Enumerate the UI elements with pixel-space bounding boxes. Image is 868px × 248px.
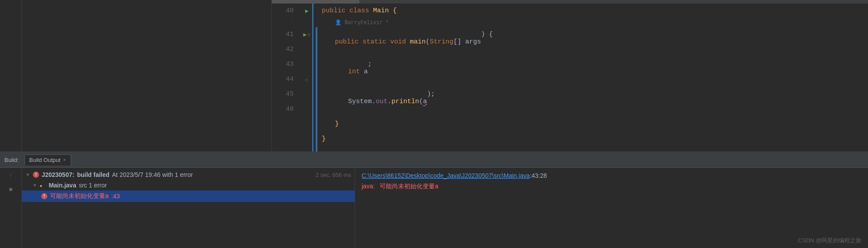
left-sidebar (0, 0, 22, 151)
tab-close-button[interactable]: × (63, 157, 66, 162)
build-status: build failed (77, 171, 110, 178)
build-row-main[interactable]: ▼ ! J20230507: build failed At 2023/5/7 … (22, 169, 355, 180)
build-label: Build: (4, 157, 19, 163)
detail-file-link[interactable]: C:\Users\86152\Desktop\code_Java\J202305… (362, 172, 530, 179)
build-tabs: Build: Build Output × (0, 152, 868, 168)
detail-line: C:\Users\86152\Desktop\code_Java\J202305… (362, 172, 861, 179)
file-name: Main.java (49, 182, 76, 189)
code-panel: 40 · 41 42 43 44 45 46 ▶ (272, 0, 868, 151)
gutter: ▶ ▶ ▽ ▷ (298, 4, 316, 151)
detail-error-line: java: 可能尚未初始化变量a (362, 183, 861, 190)
tab-label: Build Output (29, 157, 61, 163)
stop-button[interactable]: ■ (5, 183, 17, 196)
build-content: ↑ ■ ▼ ! J20230507: build failed At 2023/… (0, 168, 868, 248)
code-line-44: } (322, 117, 868, 132)
fold-marker-44[interactable]: ▷ (306, 77, 309, 83)
code-line-45: } (322, 132, 868, 147)
code-line-40: public class Main { (322, 4, 868, 18)
bottom-sidebar: ↑ ■ (0, 168, 22, 248)
error-icon-main: ! (33, 172, 39, 178)
fold-marker-41[interactable]: ▽ (308, 32, 311, 38)
code-line-41: public static void main(String[] args) { (322, 27, 868, 57)
run-button-41[interactable]: ▶ (303, 31, 307, 38)
build-row-file[interactable]: ▼ Main.java src 1 error (22, 180, 355, 190)
line-numbers: 40 · 41 42 43 44 45 46 (272, 4, 298, 151)
navigate-up-button[interactable]: ↑ (5, 169, 17, 182)
build-tree: ▼ ! J20230507: build failed At 2023/5/7 … (22, 168, 355, 248)
code-lines: public class Main { 👤 BarryFelixir * pub… (317, 4, 868, 151)
file-icon (40, 182, 46, 188)
navigate-up-icon: ↑ (9, 172, 12, 179)
expand-icon-main[interactable]: ▼ (25, 172, 30, 177)
build-detail: At 2023/5/7 19:46 with 1 error (112, 171, 193, 178)
horizontal-scrollbar[interactable] (272, 0, 868, 4)
detail-line-col: :43:28 (530, 172, 547, 179)
detail-error-label: java: (362, 183, 375, 190)
error-line: :43 (111, 193, 120, 200)
build-row-error[interactable]: ! 可能尚未初始化变量a :43 (22, 190, 355, 202)
left-panel (22, 0, 272, 151)
file-detail: src 1 error (79, 182, 107, 189)
expand-icon-file[interactable]: ▼ (32, 183, 37, 188)
build-id: J20230507: (42, 171, 75, 178)
code-line-46 (322, 147, 868, 151)
run-button-40[interactable]: ▶ (305, 7, 309, 14)
build-details: C:\Users\86152\Desktop\code_Java\J202305… (355, 168, 868, 248)
stop-icon: ■ (9, 186, 12, 193)
error-message: 可能尚未初始化变量a (50, 192, 109, 200)
author-hint: 👤 BarryFelixir * (322, 18, 868, 27)
code-line-43: System.out.println(a); (322, 87, 868, 117)
code-line-42: int a; (322, 57, 868, 87)
build-time: 2 sec, 656 ms (316, 172, 351, 178)
bottom-panel: Build: Build Output × ↑ ■ (0, 151, 868, 248)
watermark: CSDN @阿星的编程之旅 (798, 237, 861, 244)
error-icon-detail: ! (41, 193, 47, 199)
build-output-tab[interactable]: Build Output × (25, 155, 71, 165)
detail-error-text: 可能尚未初始化变量a (380, 183, 438, 190)
